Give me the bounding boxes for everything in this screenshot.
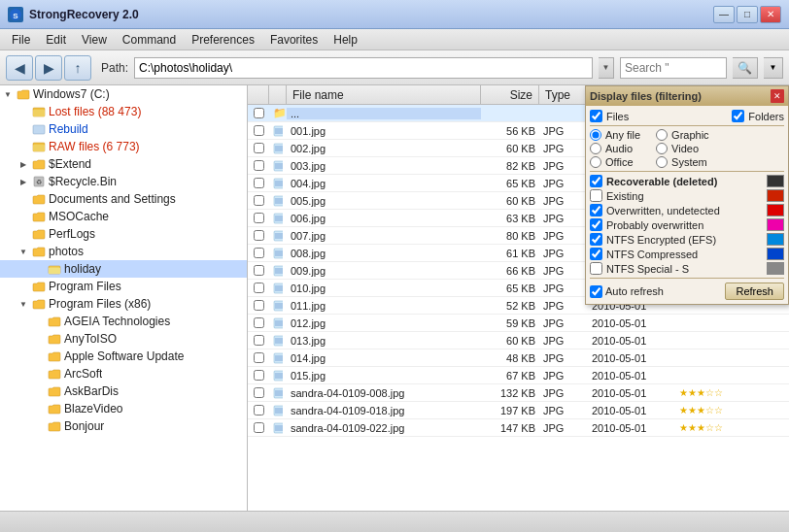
tree-item-perf[interactable]: PerfLogs: [0, 225, 247, 243]
search-input[interactable]: [620, 57, 727, 79]
recoverable-checkbox[interactable]: [590, 175, 602, 187]
menu-item-preferences[interactable]: Preferences: [184, 31, 262, 49]
ntfs-special-checkbox[interactable]: [590, 262, 602, 275]
row-checkbox[interactable]: [248, 230, 269, 241]
row-checkbox[interactable]: [248, 195, 269, 206]
ntfs-encrypted-checkbox[interactable]: [590, 233, 602, 246]
tree-expand-icon[interactable]: [16, 120, 31, 138]
tree-item-rebuild[interactable]: Rebuild: [0, 120, 247, 138]
tree-expand-icon[interactable]: ▼: [16, 243, 31, 260]
tree-expand-icon[interactable]: ▶: [16, 155, 31, 173]
search-button[interactable]: 🔍: [733, 57, 758, 79]
tree-item-holiday[interactable]: holiday: [0, 260, 247, 278]
auto-refresh-checkbox[interactable]: [590, 285, 602, 298]
table-row[interactable]: sandra-04-0109-022.jpg 147 KB JPG 2010-0…: [248, 419, 789, 437]
row-checkbox[interactable]: [248, 335, 269, 346]
any-file-radio[interactable]: [590, 129, 601, 141]
tree-expand-icon[interactable]: ▼: [0, 85, 16, 103]
tree-item-progfiles[interactable]: Program Files: [0, 278, 247, 295]
tree-expand-icon[interactable]: [16, 138, 31, 155]
tree-item-apple[interactable]: Apple Software Update: [0, 348, 247, 365]
tree-expand-icon[interactable]: [31, 348, 47, 365]
tree-expand-icon[interactable]: [31, 330, 47, 348]
col-header-check[interactable]: [248, 85, 269, 104]
row-checkbox[interactable]: [248, 178, 269, 188]
table-row[interactable]: 013.jpg 60 KB JPG 2010-05-01: [248, 332, 789, 349]
row-checkbox[interactable]: [248, 125, 269, 136]
existing-checkbox[interactable]: [590, 189, 602, 202]
tree-item-windows7[interactable]: ▼Windows7 (C:): [0, 85, 247, 103]
tree-expand-icon[interactable]: [31, 400, 47, 417]
search-options-button[interactable]: ▼: [764, 57, 783, 79]
tree-item-raw[interactable]: RAW files (6 773): [0, 138, 247, 155]
row-checkbox[interactable]: [248, 213, 269, 223]
popup-close-button[interactable]: ✕: [771, 89, 784, 103]
col-header-size[interactable]: Size: [481, 85, 539, 104]
menu-item-file[interactable]: File: [4, 31, 38, 49]
forward-button[interactable]: ▶: [35, 55, 62, 81]
row-checkbox[interactable]: [248, 370, 269, 381]
close-button[interactable]: ✕: [760, 6, 781, 23]
row-checkbox[interactable]: [248, 300, 269, 311]
tree-item-sextend[interactable]: ▶$Extend: [0, 155, 247, 173]
tree-expand-icon[interactable]: [31, 313, 47, 330]
office-radio[interactable]: [590, 156, 601, 168]
row-checkbox[interactable]: [248, 405, 269, 416]
col-header-name[interactable]: File name: [287, 85, 481, 104]
row-checkbox[interactable]: [248, 108, 269, 118]
table-row[interactable]: 012.jpg 59 KB JPG 2010-05-01: [248, 315, 789, 332]
tree-expand-icon[interactable]: [16, 225, 31, 243]
row-checkbox[interactable]: [248, 248, 269, 258]
video-radio[interactable]: [656, 143, 668, 154]
row-checkbox[interactable]: [248, 317, 269, 328]
row-checkbox[interactable]: [248, 283, 269, 293]
tree-item-lost[interactable]: Lost files (88 473): [0, 103, 247, 120]
menu-item-help[interactable]: Help: [326, 31, 365, 49]
row-checkbox[interactable]: [248, 160, 269, 171]
col-header-type[interactable]: Type: [539, 85, 588, 104]
tree-item-arcsoft[interactable]: ArcSoft: [0, 365, 247, 382]
table-row[interactable]: sandra-04-0109-018.jpg 197 KB JPG 2010-0…: [248, 402, 789, 419]
prob-overwritten-checkbox[interactable]: [590, 218, 602, 231]
tree-item-blazevideo[interactable]: BlazeVideo: [0, 400, 247, 417]
menu-item-view[interactable]: View: [74, 31, 115, 49]
row-checkbox[interactable]: [248, 387, 269, 398]
tree-item-docs[interactable]: Documents and Settings: [0, 190, 247, 208]
tree-expand-icon[interactable]: [16, 208, 31, 225]
table-row[interactable]: 014.jpg 48 KB JPG 2010-05-01: [248, 349, 789, 367]
path-input[interactable]: [134, 57, 593, 79]
tree-item-askbardis[interactable]: AskBarDis: [0, 382, 247, 400]
tree-expand-icon[interactable]: [31, 417, 47, 435]
row-checkbox[interactable]: [248, 352, 269, 363]
tree-item-bonjour[interactable]: Bonjour: [0, 417, 247, 435]
row-checkbox[interactable]: [248, 143, 269, 153]
tree-expand-icon[interactable]: [16, 103, 31, 120]
ntfs-compressed-checkbox[interactable]: [590, 248, 602, 260]
tree-item-progfilesx86[interactable]: ▼Program Files (x86): [0, 295, 247, 313]
tree-expand-icon[interactable]: [31, 382, 47, 400]
path-dropdown[interactable]: ▼: [599, 57, 614, 79]
system-radio[interactable]: [656, 156, 668, 168]
graphic-radio[interactable]: [656, 129, 668, 141]
maximize-button[interactable]: □: [737, 6, 758, 23]
audio-radio[interactable]: [590, 143, 601, 154]
tree-expand-icon[interactable]: ▶: [16, 173, 31, 190]
back-button[interactable]: ◀: [6, 55, 33, 81]
folders-checkbox[interactable]: [732, 110, 744, 122]
up-button[interactable]: ↑: [64, 55, 91, 81]
tree-item-mso[interactable]: MSOCache: [0, 208, 247, 225]
menu-item-favorites[interactable]: Favorites: [262, 31, 326, 49]
tree-expand-icon[interactable]: [16, 278, 31, 295]
tree-expand-icon[interactable]: [16, 190, 31, 208]
tree-expand-icon[interactable]: [31, 365, 47, 382]
tree-item-ageia[interactable]: AGEIA Technologies: [0, 313, 247, 330]
menu-item-command[interactable]: Command: [115, 31, 184, 49]
tree-item-anytoiso[interactable]: AnyToISO: [0, 330, 247, 348]
tree-item-srecycle[interactable]: ▶♻$Recycle.Bin: [0, 173, 247, 190]
overwritten-checkbox[interactable]: [590, 204, 602, 216]
table-row[interactable]: sandra-04-0109-008.jpg 132 KB JPG 2010-0…: [248, 384, 789, 402]
menu-item-edit[interactable]: Edit: [38, 31, 74, 49]
row-checkbox[interactable]: [248, 422, 269, 433]
row-checkbox[interactable]: [248, 265, 269, 276]
tree-item-photos[interactable]: ▼photos: [0, 243, 247, 260]
